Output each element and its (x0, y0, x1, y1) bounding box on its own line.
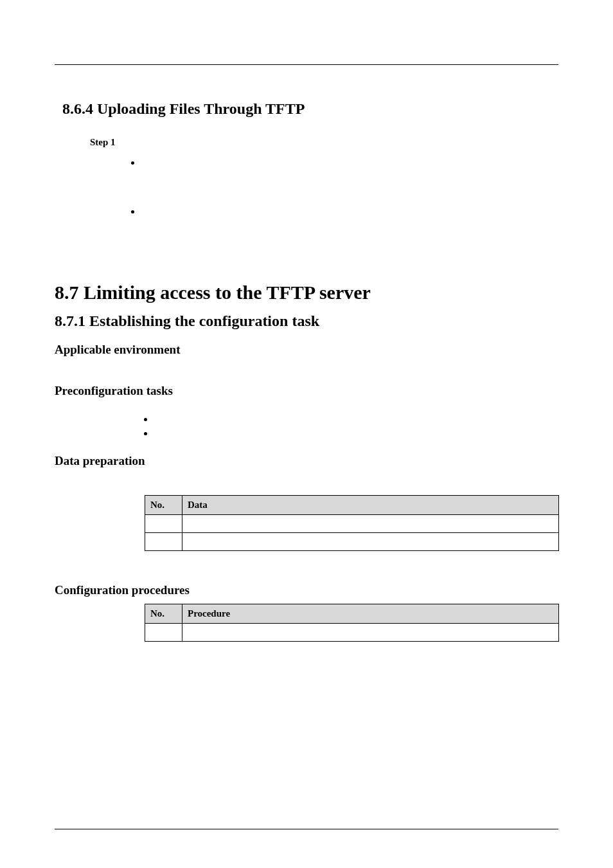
preconfig-bullets (154, 412, 558, 441)
cell-no (145, 532, 182, 550)
list-item (141, 206, 558, 217)
step-1-bullets (141, 157, 558, 217)
heading-871: 8.7.1 Establishing the configuration tas… (55, 312, 558, 330)
data-preparation-label: Data preparation (55, 454, 558, 468)
table-header-row: No. Data (145, 495, 559, 514)
table-header-row: No. Procedure (145, 604, 559, 623)
configuration-procedures-table: No. Procedure (145, 604, 559, 642)
cell-data (182, 514, 559, 532)
col-header-no: No. (145, 604, 182, 623)
cell-no (145, 514, 182, 532)
table-row (145, 623, 559, 641)
data-preparation-table: No. Data (145, 495, 559, 551)
col-header-no: No. (145, 495, 182, 514)
cell-no (145, 623, 182, 641)
col-header-procedure: Procedure (182, 604, 559, 623)
list-item (154, 426, 558, 440)
top-rule (55, 64, 558, 65)
list-item (154, 412, 558, 426)
cell-procedure (182, 623, 559, 641)
table-row (145, 514, 559, 532)
col-header-data: Data (182, 495, 559, 514)
table-row (145, 532, 559, 550)
configuration-procedures-label: Configuration procedures (55, 583, 558, 597)
preconfiguration-tasks-label: Preconfiguration tasks (55, 384, 558, 398)
applicable-environment-label: Applicable environment (55, 343, 558, 357)
bottom-rule (55, 829, 558, 829)
heading-864: 8.6.4 Uploading Files Through TFTP (62, 100, 558, 118)
heading-87: 8.7 Limiting access to the TFTP server (55, 282, 558, 303)
list-item (141, 157, 558, 168)
cell-data (182, 532, 559, 550)
step-1-label: Step 1 (90, 137, 558, 148)
